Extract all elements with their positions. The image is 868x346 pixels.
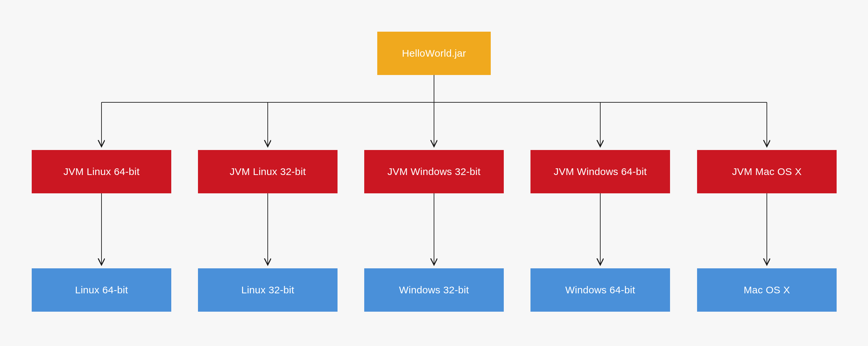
jvm-node-win32: JVM Windows 32-bit xyxy=(364,150,504,193)
jvm-node-win64: JVM Windows 64-bit xyxy=(530,150,670,193)
os-node-win32: Windows 32-bit xyxy=(364,268,504,312)
jvm-label: JVM Mac OS X xyxy=(732,166,802,177)
jvm-node-linux64: JVM Linux 64-bit xyxy=(32,150,171,193)
os-node-linux64: Linux 64-bit xyxy=(32,268,171,312)
root-node-jar: HelloWorld.jar xyxy=(377,32,491,75)
jvm-architecture-diagram: HelloWorld.jar JVM Linux 64-bit JVM Linu… xyxy=(0,0,868,346)
os-node-win64: Windows 64-bit xyxy=(530,268,670,312)
root-label: HelloWorld.jar xyxy=(402,48,466,59)
jvm-node-linux32: JVM Linux 32-bit xyxy=(198,150,338,193)
os-node-macosx: Mac OS X xyxy=(697,268,837,312)
jvm-label: JVM Linux 64-bit xyxy=(63,166,140,177)
os-label: Linux 64-bit xyxy=(75,284,128,296)
os-label: Mac OS X xyxy=(743,284,790,296)
jvm-node-macosx: JVM Mac OS X xyxy=(697,150,837,193)
jvm-label: JVM Windows 64-bit xyxy=(554,166,647,177)
jvm-label: JVM Windows 32-bit xyxy=(388,166,481,177)
os-label: Linux 32-bit xyxy=(241,284,294,296)
jvm-label: JVM Linux 32-bit xyxy=(230,166,306,177)
os-label: Windows 64-bit xyxy=(565,284,635,296)
os-node-linux32: Linux 32-bit xyxy=(198,268,338,312)
os-label: Windows 32-bit xyxy=(399,284,469,296)
